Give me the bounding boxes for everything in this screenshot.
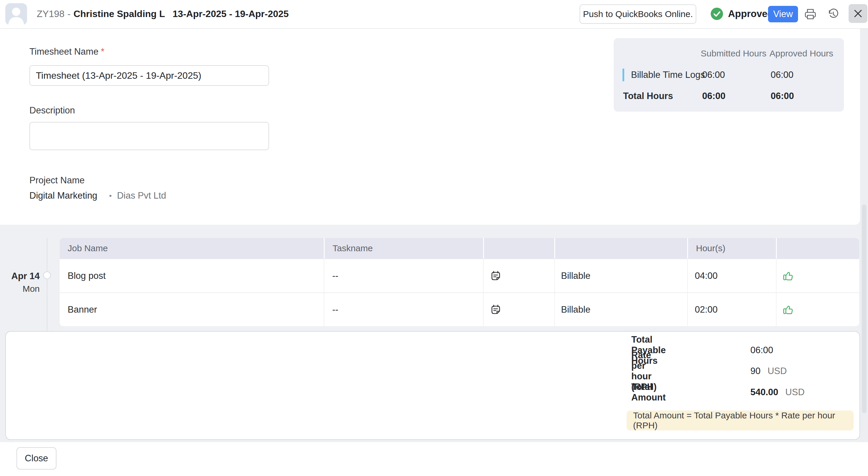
approved-hours-header: Approved Hours (770, 48, 833, 59)
bullet-separator: • (109, 191, 112, 200)
notepad-icon[interactable] (490, 270, 501, 281)
row-label: Total Hours (623, 91, 673, 101)
total-amount-label: Total Amount (631, 382, 666, 403)
printer-icon (804, 8, 817, 21)
timesheet-date-range: 13-Apr-2025 - 19-Apr-2025 (173, 8, 289, 20)
taskname-column-header: Taskname (324, 238, 483, 259)
required-asterisk: * (101, 46, 104, 57)
thumbs-up-icon (782, 270, 793, 281)
timesheet-name-input[interactable] (29, 65, 269, 86)
day-timeline (47, 238, 47, 331)
taskname-cell: -- (324, 293, 483, 326)
table-row[interactable]: Blog post -- Billable 04:00 (60, 259, 859, 292)
timesheet-form-card: Timesheet Name* Description Project Name… (0, 28, 860, 225)
close-panel-button[interactable] (848, 4, 867, 23)
submitted-hours-value: 06:00 (702, 91, 725, 101)
view-button[interactable]: View (768, 6, 798, 22)
push-to-quickbooks-button[interactable]: Push to QuickBooks Online. (580, 4, 696, 24)
hours-cell: 02:00 (687, 293, 776, 326)
hours-cell: 04:00 (687, 259, 776, 292)
hours-summary-header: Submitted Hours Approved Hours (614, 47, 844, 60)
description-input[interactable] (29, 122, 269, 150)
close-button[interactable]: Close (17, 447, 57, 470)
rate-currency: USD (768, 366, 786, 376)
note-cell (483, 259, 554, 292)
time-log-table: Job Name Taskname Hour(s) Blog post -- (60, 238, 859, 325)
record-title: ZY198 - Christine Spalding L 13-Apr-2025… (37, 0, 289, 28)
hours-summary-panel: Submitted Hours Approved Hours Billable … (614, 38, 844, 112)
submitted-hours-header: Submitted Hours (701, 48, 766, 59)
approved-hours-value: 06:00 (771, 91, 794, 101)
taskname-cell: -- (324, 259, 483, 292)
title-separator: - (67, 8, 70, 20)
billing-type-column-header (554, 238, 687, 259)
total-amount-formula-note: Total Amount = Total Payable Hours * Rat… (627, 410, 854, 431)
history-icon (827, 8, 840, 21)
total-amount-currency: USD (785, 387, 805, 398)
billable-time-logs-row: Billable Time Logs 06:00 06:00 (614, 68, 844, 81)
day-date: Apr 14 (0, 271, 40, 281)
content-area: Timesheet Name* Description Project Name… (0, 28, 868, 442)
row-label: Billable Time Logs (631, 70, 705, 80)
approval-column-header (776, 238, 859, 259)
notepad-icon[interactable] (490, 304, 501, 315)
note-cell (483, 293, 554, 326)
billing-type-cell: Billable (554, 259, 687, 292)
close-icon (854, 9, 862, 18)
project-name: Digital Marketing (29, 191, 97, 201)
total-hours-row: Total Hours 06:00 06:00 (614, 90, 844, 103)
payment-summary-panel: Total Payable Hours 06:00 Rate per hour … (5, 331, 860, 440)
job-name-cell: Banner (60, 293, 324, 326)
footer-bar: Close (0, 442, 868, 476)
day-weekday: Mon (0, 284, 40, 294)
approval-status: Approved (710, 0, 773, 28)
timeline-dot (43, 272, 51, 279)
approval-cell (776, 293, 859, 326)
project-client: Dias Pvt Ltd (117, 191, 166, 201)
table-header-row: Job Name Taskname Hour(s) (60, 238, 859, 259)
submitted-hours-value: 06:00 (702, 70, 725, 80)
project-value: Digital Marketing • Dias Pvt Ltd (29, 191, 166, 201)
print-button[interactable] (804, 8, 817, 21)
approval-cell (776, 259, 859, 292)
app-header: ZY198 - Christine Spalding L 13-Apr-2025… (0, 0, 868, 29)
status-badge: Approved (728, 8, 773, 20)
accent-bar (622, 68, 624, 81)
scrollbar-thumb[interactable] (862, 204, 867, 413)
employee-id: ZY198 (37, 8, 64, 20)
timesheet-name-label: Timesheet Name* (29, 46, 104, 57)
person-icon (5, 3, 27, 25)
billing-type-cell: Billable (554, 293, 687, 326)
vertical-scrollbar[interactable] (860, 28, 868, 442)
rate-per-hour-value: 90 (750, 366, 761, 376)
employee-avatar (5, 3, 27, 25)
job-name-column-header: Job Name (60, 238, 324, 259)
note-column-header (483, 238, 554, 259)
check-circle-icon (710, 7, 723, 20)
job-name-cell: Blog post (60, 259, 324, 292)
approved-hours-value: 06:00 (771, 70, 794, 80)
table-row[interactable]: Banner -- Billable 02:00 (60, 292, 859, 326)
employee-name: Christine Spalding L (73, 8, 165, 20)
hours-column-header: Hour(s) (687, 238, 776, 259)
description-label: Description (29, 105, 75, 116)
project-name-label: Project Name (29, 175, 85, 186)
thumbs-up-icon (782, 304, 793, 315)
history-button[interactable] (827, 8, 840, 21)
total-payable-hours-value: 06:00 (750, 345, 773, 355)
total-amount-value: 540.00 (750, 387, 778, 398)
